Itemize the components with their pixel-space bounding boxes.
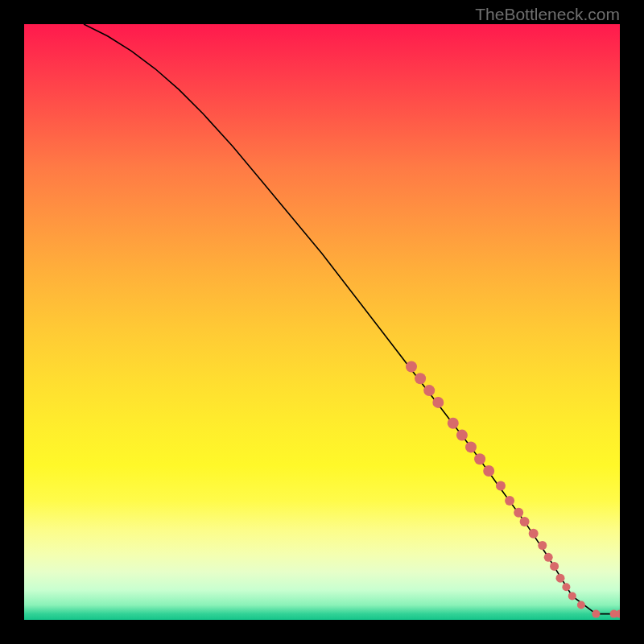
scatter-point (483, 465, 494, 477)
attribution-text: TheBottleneck.com (475, 5, 620, 24)
scatter-point (505, 496, 514, 506)
plot-area (24, 24, 620, 620)
scatter-point (550, 562, 559, 571)
scatter-point (562, 583, 570, 591)
series-curve (84, 24, 620, 614)
chart-svg (24, 24, 620, 620)
scatter-point (529, 529, 539, 539)
scatter-point (514, 508, 523, 518)
scatter-point (520, 517, 530, 526)
scatter-point (592, 610, 600, 618)
scatter-point (556, 574, 565, 583)
scatter-point (456, 430, 468, 441)
scatter-cluster (406, 361, 620, 618)
scatter-point (496, 481, 506, 491)
scatter-point (538, 541, 547, 550)
scatter-point (415, 373, 426, 384)
scatter-point (544, 553, 553, 562)
scatter-point (432, 397, 444, 408)
scatter-point (568, 592, 576, 600)
chart-frame: TheBottleneck.com (0, 0, 644, 644)
scatter-point (465, 441, 477, 452)
scatter-point (423, 385, 435, 396)
scatter-point (406, 361, 417, 373)
scatter-point (474, 453, 485, 464)
scatter-point (448, 418, 459, 429)
scatter-point (577, 601, 585, 609)
